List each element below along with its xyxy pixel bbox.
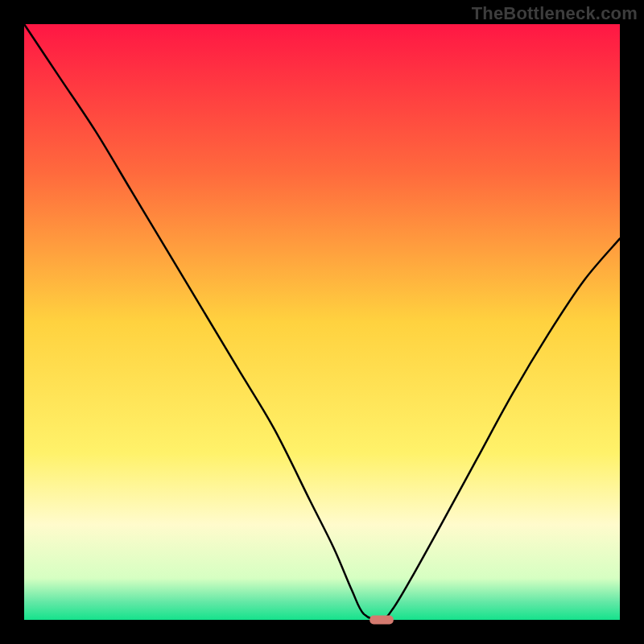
- bottleneck-chart: TheBottleneck.com: [0, 0, 644, 644]
- optimal-point-marker: [369, 615, 394, 624]
- chart-svg: [0, 0, 644, 644]
- chart-plot-background: [24, 24, 620, 620]
